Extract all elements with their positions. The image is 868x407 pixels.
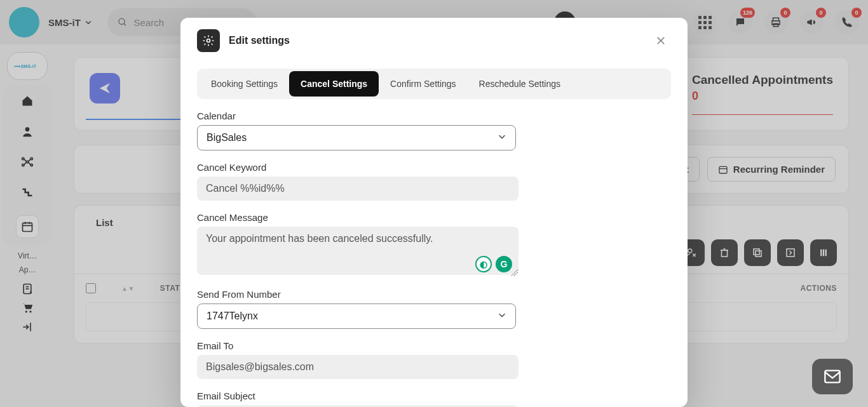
cancel-keyword-input[interactable] bbox=[197, 177, 519, 201]
tab-reschedule-settings[interactable]: Reschedule Settings bbox=[468, 71, 572, 97]
svg-rect-44 bbox=[825, 371, 839, 383]
close-icon bbox=[655, 35, 667, 46]
bulb-icon[interactable]: ◐ bbox=[475, 256, 492, 272]
grammarly-icon[interactable]: G bbox=[496, 256, 512, 272]
floating-mail-button[interactable] bbox=[812, 359, 853, 394]
modal-overlay: Edit settings Booking Settings Cancel Se… bbox=[0, 0, 868, 407]
chevron-down-icon bbox=[498, 310, 506, 319]
calendar-value: BigSales bbox=[207, 132, 247, 143]
send-from-label: Send From Number bbox=[197, 289, 671, 300]
edit-settings-modal: Edit settings Booking Settings Cancel Se… bbox=[180, 18, 688, 407]
send-from-value: 1747Telynx bbox=[207, 310, 258, 321]
resize-handle[interactable] bbox=[511, 270, 517, 276]
tab-cancel-settings[interactable]: Cancel Settings bbox=[289, 71, 379, 97]
grammarly-badges: ◐ G bbox=[475, 256, 512, 272]
email-to-label: Email To bbox=[197, 340, 671, 351]
gear-icon bbox=[202, 34, 215, 47]
gear-icon-box bbox=[197, 29, 220, 52]
cancel-keyword-label: Cancel Keyword bbox=[197, 162, 671, 173]
cancel-message-textarea[interactable] bbox=[197, 227, 519, 275]
chevron-down-icon bbox=[498, 132, 506, 141]
mail-icon bbox=[824, 369, 841, 384]
tab-booking-settings[interactable]: Booking Settings bbox=[200, 71, 289, 97]
settings-tabs: Booking Settings Cancel Settings Confirm… bbox=[197, 69, 671, 99]
tab-confirm-settings[interactable]: Confirm Settings bbox=[379, 71, 467, 97]
calendar-label: Calendar bbox=[197, 110, 671, 121]
settings-form: Calendar BigSales Cancel Keyword Cancel … bbox=[180, 105, 688, 407]
cancel-message-label: Cancel Message bbox=[197, 212, 671, 223]
calendar-select[interactable]: BigSales bbox=[197, 125, 516, 150]
close-button[interactable] bbox=[651, 30, 671, 51]
email-subject-label: Email Subject bbox=[197, 390, 671, 401]
email-to-input[interactable] bbox=[197, 355, 519, 379]
svg-point-41 bbox=[207, 39, 210, 43]
modal-header: Edit settings bbox=[180, 18, 688, 56]
modal-title: Edit settings bbox=[229, 35, 290, 46]
send-from-select[interactable]: 1747Telynx bbox=[197, 304, 516, 329]
